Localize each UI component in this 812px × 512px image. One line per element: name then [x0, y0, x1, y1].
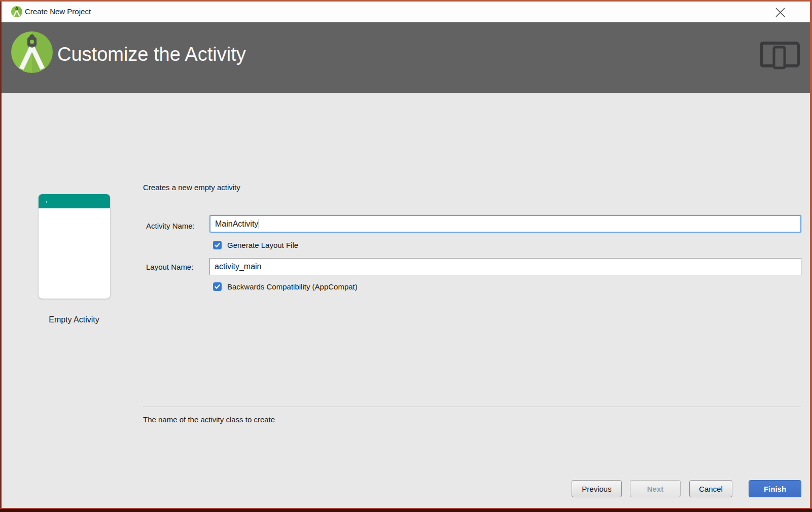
- generate-layout-label[interactable]: Generate Layout File: [227, 241, 298, 249]
- window-title: Create New Project: [25, 7, 91, 16]
- checkmark-icon: [214, 283, 221, 290]
- wizard-banner: Customize the Activity: [2, 22, 810, 93]
- backwards-compat-label[interactable]: Backwards Compatibility (AppCompat): [227, 282, 358, 291]
- page-title: Customize the Activity: [57, 43, 246, 66]
- layout-name-input[interactable]: activity_main: [209, 258, 801, 275]
- android-studio-logo: [11, 31, 53, 73]
- next-button: Next: [630, 480, 681, 497]
- wizard-content: ← Empty Activity Creates a new empty act…: [2, 93, 810, 508]
- cancel-button[interactable]: Cancel: [689, 480, 732, 497]
- backwards-compat-checkbox[interactable]: [213, 282, 222, 291]
- devices-icon: [759, 41, 801, 70]
- activity-name-value: MainActivity: [215, 220, 258, 229]
- desktop-frame-right: [810, 0, 812, 512]
- title-bar: Create New Project: [2, 2, 810, 22]
- close-button[interactable]: [773, 5, 787, 19]
- generate-layout-row: Generate Layout File: [213, 241, 298, 249]
- activity-name-input[interactable]: MainActivity: [209, 215, 801, 233]
- backwards-compat-row: Backwards Compatibility (AppCompat): [213, 282, 358, 291]
- create-new-project-dialog: Create New Project Customize the Activit…: [2, 2, 810, 508]
- finish-button[interactable]: Finish: [749, 480, 801, 497]
- desktop-frame-bottom: [0, 509, 812, 512]
- checkmark-icon: [214, 242, 221, 248]
- back-arrow-icon: ←: [44, 196, 52, 205]
- field-help-text: The name of the activity class to create: [143, 415, 275, 424]
- generate-layout-checkbox[interactable]: [213, 241, 222, 249]
- template-description: Creates a new empty activity: [143, 183, 240, 192]
- text-caret: [259, 219, 259, 229]
- activity-preview-card: ←: [39, 194, 110, 299]
- layout-name-value: activity_main: [215, 262, 261, 271]
- activity-name-label: Activity Name:: [146, 222, 195, 230]
- footer-divider: [143, 407, 801, 407]
- previous-button[interactable]: Previous: [572, 480, 622, 497]
- layout-name-label: Layout Name:: [146, 263, 193, 271]
- close-icon: [775, 8, 785, 17]
- android-studio-icon: [11, 6, 22, 17]
- template-name-label: Empty Activity: [23, 315, 125, 324]
- preview-appbar: ←: [39, 194, 110, 208]
